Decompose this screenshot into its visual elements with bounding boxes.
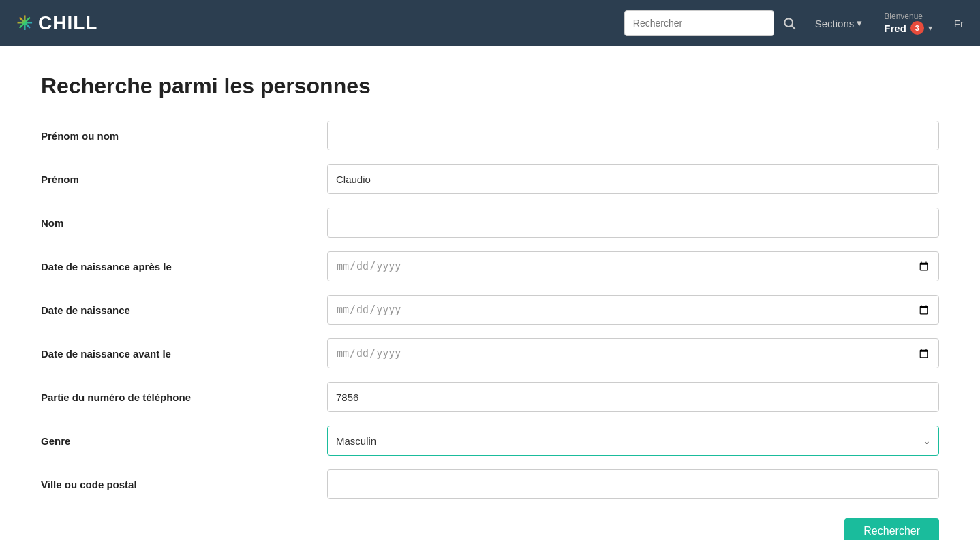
label-genre: Genre [41,435,327,447]
genre-select-wrap: Masculin Féminin Autre ⌄ [327,426,939,456]
input-ville[interactable] [327,469,939,499]
label-date-apres: Date de naissance après le [41,261,327,272]
sections-label: Sections [815,18,855,29]
search-form: Prénom ou nom Prénom Nom Date de naissan… [41,121,939,540]
field-date-naissance: Date de naissance [41,295,939,325]
search-area [624,10,799,36]
field-date-apres: Date de naissance après le [41,251,939,281]
user-menu: Bienvenue Fred 3 ▾ [884,12,932,35]
input-prenom-ou-nom[interactable] [327,121,939,150]
label-prenom: Prénom [41,174,327,185]
label-telephone: Partie du numéro de téléphone [41,392,327,403]
select-genre[interactable]: Masculin Féminin Autre [327,426,939,456]
logo-icon: ✳ [16,12,33,35]
sections-button[interactable]: Sections ▾ [810,14,868,32]
input-date-naissance[interactable] [327,295,939,325]
navbar: ✳ CHILL Sections ▾ Bienvenue Fred 3 ▾ Fr [0,0,980,46]
page-title: Recherche parmi les personnes [41,74,939,99]
user-name[interactable]: Fred [884,22,906,34]
form-actions: Rechercher [41,518,939,540]
notification-badge: 3 [910,21,924,35]
input-date-avant[interactable] [327,338,939,368]
sections-chevron-icon: ▾ [857,17,862,29]
logo: ✳ CHILL [16,12,97,35]
field-prenom: Prénom [41,164,939,194]
logo-text: CHILL [38,12,97,34]
input-prenom[interactable] [327,164,939,194]
field-genre: Genre Masculin Féminin Autre ⌄ [41,426,939,456]
input-nom[interactable] [327,208,939,238]
field-prenom-ou-nom: Prénom ou nom [41,121,939,150]
language-selector[interactable]: Fr [954,18,964,29]
label-date-avant: Date de naissance avant le [41,348,327,360]
nav-search-button[interactable] [780,14,799,33]
user-chevron-icon: ▾ [928,23,932,33]
nav-search-input[interactable] [624,10,774,36]
welcome-label: Bienvenue [884,12,923,21]
svg-line-1 [792,26,795,29]
submit-search-button[interactable]: Rechercher [844,518,939,540]
field-nom: Nom [41,208,939,238]
field-telephone: Partie du numéro de téléphone [41,382,939,412]
input-telephone[interactable] [327,382,939,412]
field-date-avant: Date de naissance avant le [41,338,939,368]
input-date-apres[interactable] [327,251,939,281]
label-prenom-ou-nom: Prénom ou nom [41,130,327,142]
label-ville: Ville ou code postal [41,479,327,490]
search-icon [782,16,796,30]
label-nom: Nom [41,217,327,229]
label-date-naissance: Date de naissance [41,304,327,316]
main-content: Recherche parmi les personnes Prénom ou … [0,46,980,540]
field-ville: Ville ou code postal [41,469,939,499]
